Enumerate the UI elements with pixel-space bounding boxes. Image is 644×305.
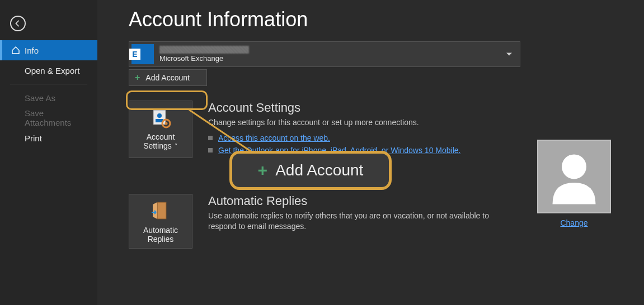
svg-rect-5 bbox=[157, 202, 166, 219]
sidebar-divider bbox=[10, 84, 87, 84]
home-icon bbox=[11, 46, 20, 55]
sidebar-item-label: Info bbox=[25, 46, 39, 55]
exchange-icon: E bbox=[131, 44, 154, 64]
sidebar-item-info[interactable]: Info bbox=[0, 40, 97, 60]
account-type-label: Microsoft Exchange bbox=[159, 55, 249, 63]
account-settings-heading: Account Settings bbox=[208, 101, 629, 115]
arrow-left-icon bbox=[14, 20, 22, 27]
avatar-placeholder bbox=[537, 140, 611, 213]
annotation-highlight-large: + Add Account bbox=[229, 151, 392, 190]
add-account-button[interactable]: + Add Account bbox=[129, 69, 207, 86]
plus-icon: + bbox=[258, 161, 268, 180]
account-settings-button-label: Account Settings bbox=[143, 132, 175, 150]
automatic-replies-icon bbox=[149, 200, 172, 222]
automatic-replies-button[interactable]: Automatic Replies bbox=[129, 194, 192, 249]
account-settings-icon bbox=[149, 107, 172, 129]
plus-icon: + bbox=[135, 73, 140, 82]
chevron-down-icon bbox=[506, 53, 512, 56]
automatic-replies-button-label: Automatic Replies bbox=[133, 226, 189, 244]
sidebar-item-open-export[interactable]: Open & Export bbox=[0, 60, 97, 80]
sidebar-item-label: Print bbox=[25, 134, 42, 143]
account-settings-description: Change settings for this account or set … bbox=[208, 117, 510, 128]
person-icon bbox=[543, 146, 605, 207]
account-name-redacted bbox=[159, 46, 249, 54]
svg-point-4 bbox=[165, 122, 168, 125]
change-picture-link[interactable]: Change bbox=[560, 218, 587, 227]
page-title: Account Information bbox=[129, 8, 629, 31]
svg-point-7 bbox=[562, 154, 586, 179]
sidebar-item-label: Save As bbox=[25, 93, 55, 103]
account-settings-button[interactable]: Account Settings ˅ bbox=[129, 101, 192, 158]
svg-point-1 bbox=[157, 113, 162, 118]
back-button[interactable] bbox=[10, 16, 26, 31]
sidebar-item-print[interactable]: Print bbox=[0, 128, 97, 148]
bullet-icon bbox=[208, 136, 213, 140]
bullet-icon bbox=[208, 148, 213, 152]
sidebar-item-save-as: Save As bbox=[0, 88, 97, 108]
sidebar-item-label: Save Attachments bbox=[25, 108, 88, 127]
automatic-replies-description: Use automatic replies to notify others t… bbox=[208, 211, 510, 232]
add-account-label: Add Account bbox=[145, 73, 190, 82]
chevron-down-icon: ˅ bbox=[173, 143, 178, 150]
backstage-sidebar: Info Open & Export Save As Save Attachme… bbox=[0, 0, 97, 305]
annotation-callout-label: Add Account bbox=[275, 161, 363, 179]
profile-picture-area: Change bbox=[535, 140, 613, 228]
sidebar-item-label: Open & Export bbox=[25, 66, 79, 75]
sidebar-item-save-attachments: Save Attachments bbox=[0, 108, 97, 128]
account-selector[interactable]: E Microsoft Exchange bbox=[129, 41, 520, 67]
